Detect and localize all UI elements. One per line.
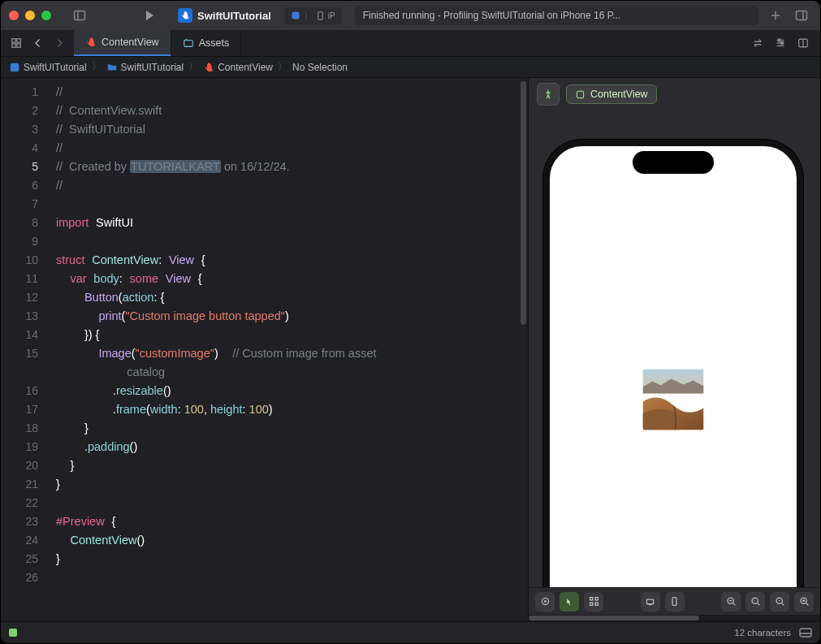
tab-label: ContentView (102, 37, 159, 48)
assets-icon (183, 37, 194, 49)
crumb-selection[interactable]: No Selection (292, 62, 348, 73)
svg-point-39 (778, 600, 780, 602)
project-selector[interactable]: SwiftUITutorial (178, 8, 271, 23)
crumb-label: No Selection (292, 62, 348, 73)
svg-rect-16 (778, 39, 780, 41)
svg-rect-2 (292, 12, 299, 19)
zoom-window-icon[interactable] (41, 11, 51, 20)
live-preview-button[interactable] (535, 592, 555, 612)
svg-rect-12 (184, 41, 192, 47)
line-gutter: 1234 5678 9101112 131415 16171819 202122… (1, 78, 50, 621)
svg-rect-44 (800, 629, 811, 637)
device-frame (543, 140, 803, 587)
svg-rect-21 (577, 91, 583, 97)
editor-cycle-icon[interactable] (747, 32, 768, 54)
zoom-in-button[interactable] (794, 592, 814, 612)
close-window-icon[interactable] (9, 11, 19, 20)
svg-rect-6 (797, 11, 807, 20)
tab-assets[interactable]: Assets (171, 30, 242, 56)
code-editor[interactable]: 1234 5678 9101112 131415 16171819 202122… (1, 78, 528, 621)
minimize-window-icon[interactable] (25, 11, 35, 20)
svg-rect-9 (17, 39, 20, 42)
zoom-actual-button[interactable] (770, 592, 789, 612)
bottom-panel-toggle-icon[interactable] (799, 628, 812, 638)
svg-line-41 (806, 603, 807, 605)
folder-icon (106, 62, 118, 73)
crumb-project[interactable]: SwiftUITutorial (9, 62, 87, 73)
svg-rect-30 (672, 598, 676, 606)
scheme-selector[interactable]: 〉 iP (284, 7, 342, 24)
svg-rect-17 (781, 42, 784, 45)
chevron-right-icon: 〉 (92, 60, 102, 74)
scheme-app-icon (291, 11, 300, 20)
tab-label: Assets (199, 37, 230, 49)
status-text: Finished running - Profiling SwiftUITuto… (363, 10, 621, 21)
activity-status[interactable]: Finished running - Profiling SwiftUITuto… (355, 6, 758, 25)
pin-preview-button[interactable] (537, 83, 560, 106)
svg-rect-10 (12, 44, 15, 47)
add-icon[interactable] (765, 6, 786, 24)
svg-rect-26 (590, 603, 592, 605)
crumb-file[interactable]: ContentView (203, 62, 273, 73)
tab-bar: ContentView Assets (1, 30, 820, 57)
svg-rect-3 (318, 11, 323, 19)
desert-image (643, 370, 704, 430)
breadcrumb: SwiftUITutorial 〉 SwiftUITutorial 〉 Cont… (1, 57, 820, 78)
selection-info: 12 characters (734, 628, 791, 638)
preview-chip-label: ContentView (590, 89, 648, 100)
crumb-label: SwiftUITutorial (121, 62, 184, 73)
svg-line-35 (757, 603, 758, 605)
adjust-editor-icon[interactable] (770, 32, 791, 54)
svg-rect-0 (75, 11, 85, 20)
swift-file-icon (203, 62, 214, 73)
preview-canvas[interactable] (529, 110, 820, 587)
related-items-icon[interactable] (6, 32, 27, 54)
zoom-out-button[interactable] (721, 592, 741, 612)
device-settings-button[interactable] (641, 592, 660, 612)
tab-contentview[interactable]: ContentView (74, 30, 171, 56)
preview-toolbar: 1 (529, 587, 820, 615)
preview-h-scrollbar[interactable] (529, 615, 820, 621)
device-notch (633, 151, 714, 174)
crumb-label: SwiftUITutorial (24, 62, 87, 73)
left-panel-toggle-icon[interactable] (69, 6, 90, 24)
selectable-preview-button[interactable] (560, 592, 579, 612)
crumb-folder[interactable]: SwiftUITutorial (106, 62, 184, 73)
app-icon (178, 8, 192, 23)
preview-target-chip[interactable]: ContentView (566, 84, 657, 104)
svg-rect-27 (595, 603, 598, 605)
status-bar: 12 characters (1, 621, 820, 643)
svg-text:1: 1 (753, 599, 755, 603)
project-name: SwiftUITutorial (197, 10, 271, 22)
preview-icon (575, 89, 586, 100)
svg-rect-28 (646, 599, 653, 604)
nav-forward-icon[interactable] (50, 32, 69, 54)
chevron-right-icon: 〉 (278, 60, 287, 74)
build-status-icon[interactable] (9, 629, 17, 637)
preview-device-button[interactable] (665, 592, 685, 612)
right-panel-toggle-icon[interactable] (791, 6, 812, 24)
zoom-fit-button[interactable]: 1 (745, 592, 765, 612)
add-editor-icon[interactable] (793, 32, 814, 54)
chevron-right-icon: 〉 (188, 60, 198, 74)
swift-file-icon (85, 37, 97, 48)
window-controls (9, 11, 51, 20)
custom-image-button[interactable] (643, 370, 704, 430)
svg-rect-25 (595, 598, 598, 600)
device-icon (316, 11, 325, 20)
crumb-label: ContentView (218, 62, 273, 73)
svg-rect-24 (590, 598, 592, 600)
svg-line-32 (732, 603, 734, 605)
preview-pane: ContentView (528, 78, 820, 621)
run-button[interactable] (139, 6, 160, 24)
nav-back-icon[interactable] (28, 32, 48, 54)
project-icon (9, 62, 20, 73)
code-content[interactable]: // // ContentView.swift // SwiftUITutori… (50, 78, 528, 621)
variants-button[interactable] (584, 592, 603, 612)
svg-line-38 (781, 603, 783, 605)
svg-rect-11 (17, 44, 20, 47)
editor-scrollbar[interactable] (521, 81, 526, 325)
svg-rect-20 (11, 63, 19, 71)
titlebar: SwiftUITutorial 〉 iP Finished running - … (1, 1, 820, 30)
svg-rect-8 (12, 39, 15, 42)
